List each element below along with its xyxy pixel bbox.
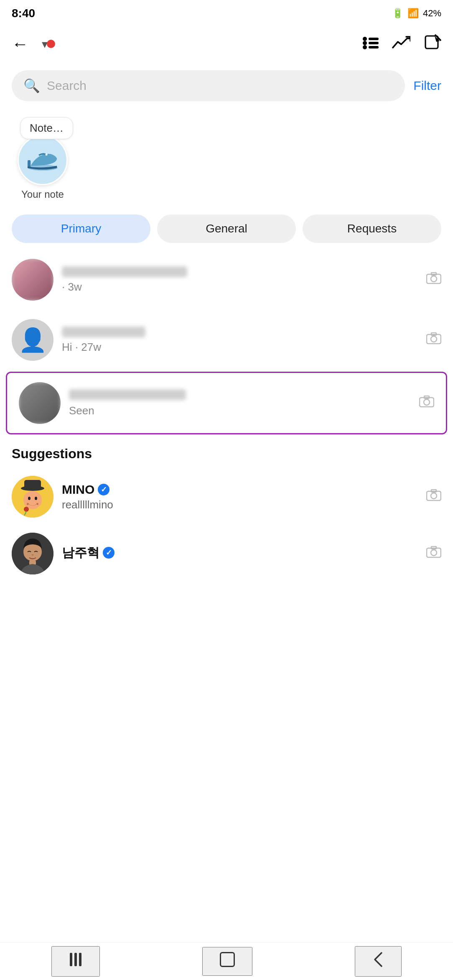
- back-button[interactable]: ←: [12, 35, 28, 54]
- chat-list: · 3w 👤 Hi · 27w: [0, 250, 453, 434]
- svg-point-29: [37, 503, 38, 505]
- verified-badge: ✓: [103, 547, 115, 559]
- nam-avatar-svg: [12, 533, 53, 574]
- back-icon: [372, 951, 384, 968]
- your-note-label: Your note: [21, 189, 64, 200]
- verified-badge: ✓: [98, 484, 109, 495]
- battery-percent: 42%: [423, 8, 441, 19]
- svg-point-27: [28, 500, 37, 505]
- camera-icon[interactable]: [426, 272, 441, 288]
- bottom-nav: [0, 942, 453, 980]
- suggestion-name-row: 남주혁 ✓: [62, 544, 418, 561]
- chat-item[interactable]: · 3w: [0, 250, 453, 310]
- avatar-image: [19, 382, 61, 424]
- avatar: 👤: [12, 319, 53, 361]
- compose-icon-button[interactable]: [424, 34, 441, 54]
- svg-point-2: [363, 41, 367, 45]
- bottom-spacer: [0, 586, 453, 628]
- camera-icon[interactable]: [419, 395, 434, 411]
- svg-point-16: [431, 336, 437, 342]
- status-time: 8:40: [12, 7, 35, 20]
- svg-rect-5: [369, 46, 379, 48]
- suggestion-content: 남주혁 ✓: [62, 544, 418, 563]
- compose-icon: [424, 34, 441, 52]
- recent-apps-icon: [69, 951, 82, 968]
- wifi-icon: 📶: [407, 8, 419, 19]
- suggestion-content: MINO ✓ realllllmino: [62, 482, 418, 511]
- svg-point-32: [431, 493, 437, 499]
- your-note-section: Note… Your note: [0, 109, 453, 204]
- battery-icon: 🔋: [392, 8, 403, 19]
- svg-rect-3: [369, 42, 379, 44]
- suggestion-item-mino[interactable]: MINO ✓ realllllmino: [12, 468, 441, 525]
- home-button[interactable]: [202, 947, 252, 976]
- recent-apps-button[interactable]: [51, 946, 100, 977]
- top-nav: ← ▾: [0, 25, 453, 63]
- chat-content: Hi · 27w: [62, 327, 418, 354]
- svg-point-4: [363, 45, 367, 49]
- nam-avatar: [12, 533, 53, 574]
- status-right: 🔋 📶 42%: [392, 8, 441, 19]
- svg-point-38: [431, 550, 437, 556]
- search-icon: 🔍: [23, 78, 40, 94]
- home-icon: [220, 952, 235, 967]
- mino-avatar-svg: [12, 476, 53, 518]
- chat-name-blurred: [62, 266, 187, 277]
- filter-button[interactable]: Filter: [413, 79, 441, 93]
- tab-general[interactable]: General: [157, 214, 296, 243]
- chat-content: · 3w: [62, 266, 418, 293]
- suggestions-title: Suggestions: [12, 446, 441, 462]
- trending-icon: [392, 36, 410, 50]
- status-bar: 8:40 🔋 📶 42%: [0, 0, 453, 25]
- tab-primary[interactable]: Primary: [12, 214, 150, 243]
- nav-title-area: ▾: [37, 36, 55, 51]
- chat-preview: Hi · 27w: [62, 341, 101, 353]
- your-note-avatar[interactable]: [18, 135, 68, 185]
- chat-preview: Seen: [69, 404, 94, 417]
- suggestions-section: Suggestions: [0, 436, 453, 586]
- avatar: [19, 382, 61, 424]
- chat-content: Seen: [69, 389, 411, 417]
- svg-rect-41: [74, 953, 77, 966]
- svg-point-0: [363, 37, 367, 41]
- mino-avatar: [12, 476, 53, 518]
- avatar: [12, 259, 53, 301]
- search-section: 🔍 Search Filter: [0, 63, 453, 109]
- tab-requests[interactable]: Requests: [303, 214, 441, 243]
- search-placeholder: Search: [47, 79, 87, 93]
- svg-point-11: [45, 153, 47, 156]
- svg-rect-1: [369, 38, 379, 40]
- back-button-nav[interactable]: [355, 946, 402, 977]
- chat-name-blurred: [69, 389, 186, 400]
- camera-icon[interactable]: [426, 489, 441, 505]
- avatar-image: [12, 259, 53, 301]
- trending-icon-button[interactable]: [392, 36, 410, 52]
- tabs-section: Primary General Requests: [0, 204, 453, 250]
- suggestion-name: 남주혁: [62, 544, 99, 561]
- shoe-svg: [24, 145, 61, 175]
- svg-point-24: [23, 491, 42, 509]
- svg-rect-42: [79, 953, 81, 966]
- camera-icon[interactable]: [426, 332, 441, 348]
- live-dot: [47, 40, 55, 48]
- svg-point-28: [27, 503, 28, 505]
- svg-rect-10: [28, 160, 31, 168]
- svg-rect-40: [70, 953, 72, 966]
- search-bar[interactable]: 🔍 Search: [12, 70, 405, 101]
- suggestion-name-row: MINO ✓: [62, 482, 418, 497]
- nav-icons: [363, 34, 441, 54]
- chat-item-selected[interactable]: Seen: [6, 372, 447, 434]
- camera-icon[interactable]: [426, 546, 441, 562]
- suggestion-name: MINO: [62, 482, 94, 497]
- svg-rect-23: [24, 480, 41, 489]
- list-icon-button[interactable]: [363, 37, 379, 51]
- svg-point-25: [28, 497, 31, 500]
- chat-item[interactable]: 👤 Hi · 27w: [0, 310, 453, 370]
- suggestion-item-nam[interactable]: 남주혁 ✓: [12, 525, 441, 582]
- chat-preview: · 3w: [62, 281, 82, 293]
- person-icon: 👤: [18, 327, 47, 354]
- list-icon: [363, 37, 379, 49]
- note-bubble[interactable]: Note…: [20, 117, 73, 139]
- svg-point-19: [424, 399, 430, 405]
- svg-point-13: [431, 276, 437, 282]
